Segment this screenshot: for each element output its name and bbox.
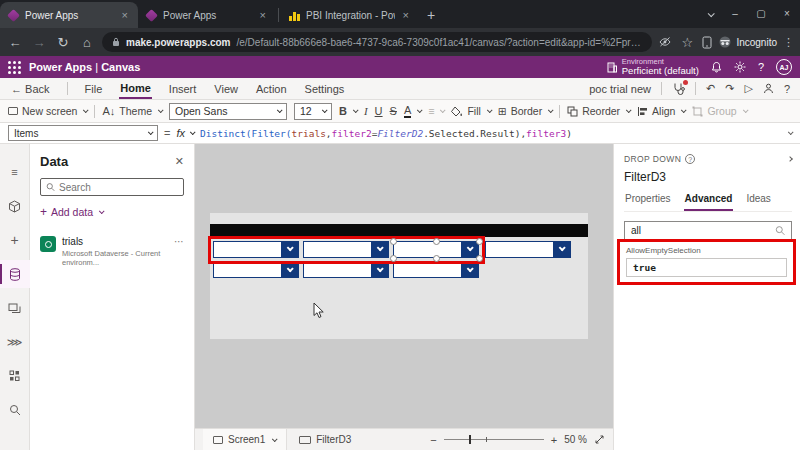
font-family-select[interactable]: Open Sans xyxy=(169,103,287,120)
dropdown-row2-2[interactable] xyxy=(303,263,389,278)
menu-action[interactable]: Action xyxy=(255,80,288,98)
forward-icon[interactable]: → xyxy=(30,35,48,50)
border-button[interactable]: ⊞Border xyxy=(498,105,552,117)
tab-close-icon[interactable]: × xyxy=(258,9,268,21)
avatar[interactable]: AJ xyxy=(776,59,792,75)
address-bar[interactable]: make.powerapps.com/e/Default-88b666e8-ba… xyxy=(102,32,652,52)
back-button[interactable]: ← Back xyxy=(10,80,51,98)
selection-handle[interactable] xyxy=(390,255,397,262)
fx-button[interactable]: fx xyxy=(176,127,194,139)
device-icon[interactable] xyxy=(702,36,712,49)
selected-control-breadcrumb[interactable]: FilterD3 xyxy=(293,434,351,445)
bell-icon[interactable] xyxy=(711,61,722,73)
underline-button[interactable]: U xyxy=(375,105,383,117)
app-checker-icon[interactable] xyxy=(672,82,685,95)
menu-home[interactable]: Home xyxy=(119,79,152,99)
rail-power-automate[interactable]: ⋙ xyxy=(0,328,30,356)
formula-expand-icon[interactable] xyxy=(788,129,794,135)
help-icon[interactable]: ? xyxy=(784,83,790,95)
reorder-button[interactable]: Reorder xyxy=(567,105,630,117)
preview-play-icon[interactable]: ▷ xyxy=(744,82,752,95)
formula-text[interactable]: Distinct(Filter(trials,filter2=FilterD2.… xyxy=(200,128,782,139)
dropdown-chevron[interactable] xyxy=(553,242,570,257)
add-data-button[interactable]: +Add data xyxy=(40,205,184,219)
property-select[interactable]: Items xyxy=(8,125,158,141)
browser-tab-1[interactable]: Power Apps × xyxy=(0,2,138,28)
zoom-slider-handle[interactable] xyxy=(469,435,471,444)
rail-media[interactable] xyxy=(0,294,30,322)
selection-handle[interactable] xyxy=(476,238,483,245)
dropdown-row2-3[interactable] xyxy=(393,263,479,278)
gear-icon[interactable] xyxy=(734,61,746,73)
property-search-box[interactable] xyxy=(624,221,792,240)
rail-search[interactable] xyxy=(0,396,30,424)
menu-settings[interactable]: Settings xyxy=(304,80,346,98)
tab-ideas[interactable]: Ideas xyxy=(745,193,771,211)
reload-icon[interactable]: ↻ xyxy=(54,35,72,50)
rail-add[interactable]: + xyxy=(0,226,30,254)
close-icon[interactable]: ✕ xyxy=(175,155,184,168)
rail-data[interactable] xyxy=(0,260,30,288)
tab-close-icon[interactable]: × xyxy=(401,9,411,21)
eye-blocked-icon[interactable] xyxy=(658,36,672,48)
more-options-icon[interactable]: ⋯ xyxy=(174,236,184,247)
text-align-button[interactable]: ≡ xyxy=(428,105,444,117)
zoom-slider[interactable] xyxy=(444,439,544,440)
canvas-workspace[interactable] xyxy=(195,144,613,428)
menu-insert[interactable]: Insert xyxy=(168,80,198,98)
environment-picker[interactable]: Environment Perficient (default) xyxy=(607,58,699,76)
selection-handle[interactable] xyxy=(433,238,440,245)
fill-button[interactable]: Fill xyxy=(451,105,490,117)
redo-icon[interactable]: ↷ xyxy=(725,82,734,95)
tab-advanced[interactable]: Advanced xyxy=(684,193,734,211)
selection-handle[interactable] xyxy=(390,238,397,245)
font-size-select[interactable]: 12 xyxy=(294,103,332,120)
screen-selector[interactable]: Screen1 xyxy=(203,429,287,450)
data-search-box[interactable] xyxy=(40,178,184,196)
zoom-in-icon[interactable]: + xyxy=(551,434,557,446)
bookmark-star-icon[interactable]: ☆ xyxy=(678,35,696,50)
minimize-button[interactable]: – xyxy=(722,0,748,28)
rail-insert[interactable] xyxy=(0,192,30,220)
strikethrough-button[interactable]: S xyxy=(390,105,397,117)
close-button[interactable]: × xyxy=(774,0,800,28)
dropdown-chevron[interactable] xyxy=(461,264,478,277)
dropdown-filter4[interactable] xyxy=(485,241,571,258)
browser-tab-2[interactable]: Power Apps × xyxy=(138,2,276,28)
rail-advanced-tools[interactable] xyxy=(0,362,30,390)
fit-to-window-icon[interactable] xyxy=(594,434,605,445)
info-icon[interactable]: ? xyxy=(685,154,695,164)
tab-close-icon[interactable]: × xyxy=(120,9,130,21)
property-search-input[interactable] xyxy=(631,225,775,236)
theme-button[interactable]: A↓Theme xyxy=(102,105,162,117)
dropdown-chevron[interactable] xyxy=(281,264,298,277)
zoom-out-icon[interactable]: − xyxy=(430,434,436,446)
selection-handle[interactable] xyxy=(433,255,440,262)
dropdown-row2-1[interactable] xyxy=(213,263,299,278)
zoom-percent[interactable]: 50 % xyxy=(564,434,587,445)
back-icon[interactable]: ← xyxy=(6,35,24,50)
home-icon[interactable]: ⌂ xyxy=(78,35,96,50)
help-icon[interactable]: ? xyxy=(758,61,764,73)
menu-view[interactable]: View xyxy=(213,80,239,98)
data-source-item[interactable]: trials Microsoft Dataverse - Current env… xyxy=(36,232,188,271)
new-screen-button[interactable]: New screen xyxy=(8,105,87,117)
restore-button[interactable]: ▢ xyxy=(748,0,774,28)
browser-menu-icon[interactable]: ⋮ xyxy=(783,36,794,49)
browser-tab-3[interactable]: PBI Integration - Power BI × xyxy=(281,2,419,28)
menu-file[interactable]: File xyxy=(84,80,104,98)
rail-tree-view[interactable]: ≡ xyxy=(0,158,30,186)
bold-button[interactable]: B xyxy=(339,105,357,117)
property-value-input[interactable] xyxy=(633,262,780,273)
waffle-icon[interactable] xyxy=(8,61,21,74)
share-person-icon[interactable] xyxy=(763,83,774,94)
italic-button[interactable]: I xyxy=(364,105,368,117)
undo-icon[interactable]: ↶ xyxy=(706,82,715,95)
panel-expand-icon[interactable] xyxy=(787,156,793,162)
selection-handle[interactable] xyxy=(476,255,483,262)
property-value-box[interactable] xyxy=(626,258,787,277)
dropdown-chevron[interactable] xyxy=(371,264,388,277)
group-button[interactable]: Group xyxy=(692,105,746,117)
tab-properties[interactable]: Properties xyxy=(624,193,672,211)
align-button[interactable]: Align xyxy=(637,105,685,117)
